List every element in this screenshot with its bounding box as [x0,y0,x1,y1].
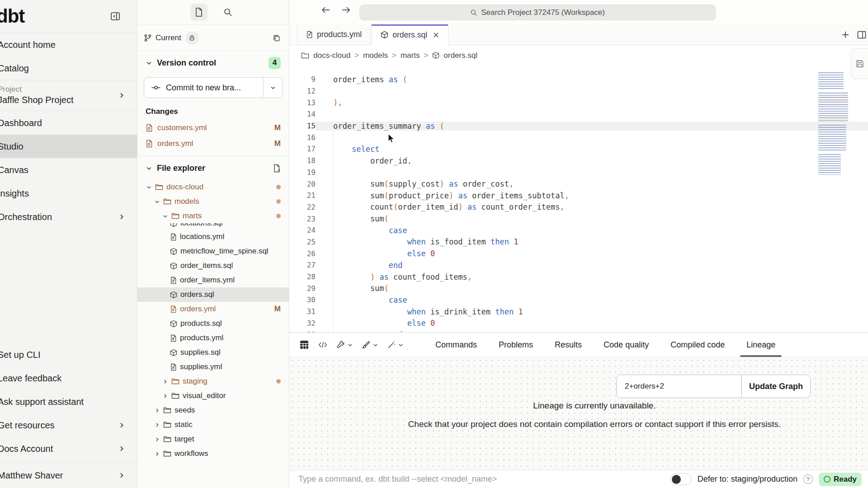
code-editor[interactable]: 9 order_items as ( 12 13 ), 14 15 order_… [289,66,868,332]
tree-item[interactable]: docs-cloud [137,180,289,194]
file-explorer-view-button[interactable] [190,4,208,21]
changed-file-row[interactable]: orders.yml M [137,136,289,151]
code-line[interactable]: 32 else 0 [289,317,868,329]
sidebar-item[interactable]: Ask support assistant [0,390,137,413]
code-line[interactable]: 13 ), [289,97,868,108]
code-line[interactable]: 21 sum(product_price) as order_items_sub… [289,190,868,202]
collapse-sidebar-icon[interactable] [110,11,121,22]
status-badge[interactable]: Ready [819,473,862,486]
code-line[interactable]: 22 count(order_item_id) as count_order_i… [289,202,868,213]
branch-row[interactable]: Current [137,25,289,51]
chevron-down-icon[interactable] [162,213,168,219]
ai-wand-icon[interactable] [387,340,396,349]
commit-button[interactable]: Commit to new bra... [144,77,283,98]
tree-item[interactable]: supplies.sql [137,345,289,360]
code-line[interactable]: 30 case [289,294,868,306]
bottom-panel-tab[interactable]: Compiled code [660,333,736,357]
file-explorer-header[interactable]: File explorer [137,156,289,180]
chevron-right-icon[interactable] [154,408,160,413]
version-control-header[interactable]: Version control 4 [137,51,289,75]
tab-products-yml[interactable]: products.yml [297,24,371,45]
code-line[interactable]: 26 else 0 [289,248,868,259]
chevron-right-icon[interactable] [154,422,160,428]
tree-item[interactable]: products.sql [137,316,289,331]
sidebar-item[interactable]: Account home [0,33,137,56]
sidebar-item[interactable]: Canvas [0,158,137,182]
tree-item[interactable]: orders.sql [137,287,289,302]
back-icon[interactable] [321,5,331,14]
code-line[interactable]: 16 [289,131,868,143]
defer-toggle[interactable] [670,473,692,485]
code-line[interactable]: 33 end [289,329,868,332]
code-line[interactable]: 25 when is_food_item then 1 [289,236,868,248]
command-input[interactable]: Type a command, ex. dbt build --select <… [298,474,497,484]
breadcrumb-segment[interactable]: docs-cloud [313,51,350,60]
sidebar-item[interactable]: Docs Account [0,437,137,460]
code-line[interactable]: 14 [289,108,868,120]
code-icon[interactable] [318,341,328,349]
sidebar-item[interactable]: Leave feedback [0,366,137,390]
minimap[interactable] [818,72,851,175]
copy-icon[interactable] [273,34,281,42]
code-line[interactable]: 27 end [289,259,868,271]
chevron-down-icon[interactable] [347,342,353,348]
breadcrumb-file[interactable]: orders.sql [443,51,477,60]
split-editor-icon[interactable] [857,31,866,39]
chevron-right-icon[interactable] [162,379,168,385]
tree-item[interactable]: locations.yml [137,230,289,244]
sidebar-item[interactable]: Dashboard [0,111,137,135]
chevron-down-icon[interactable] [154,199,160,205]
code-line[interactable]: 12 [289,85,868,97]
bottom-panel-tab[interactable]: Lineage [736,333,786,357]
tree-item[interactable]: orders.yml M [137,302,289,316]
project-search[interactable]: Search Project 372475 (Workspace) [359,5,716,20]
format-brush-icon[interactable] [362,340,371,349]
sidebar-item[interactable]: Set up CLI [0,343,137,366]
search-view-button[interactable] [219,4,236,21]
tree-item[interactable]: order_items.yml [137,273,289,287]
sidebar-item[interactable]: Get resources [0,413,137,437]
user-menu[interactable]: Matthew Shaver [0,463,137,488]
code-line[interactable]: 31 when is_drink_item then 1 [289,306,868,318]
chevron-down-icon[interactable] [146,184,152,190]
tree-item[interactable]: target [137,432,289,446]
new-file-icon[interactable] [273,164,281,173]
tree-item[interactable]: order_items.sql [137,258,289,273]
code-line[interactable]: 20 sum(supply_cost) as order_cost, [289,178,868,190]
code-line[interactable]: 15 order_items_summary as ( [289,120,868,132]
results-table-icon[interactable] [299,340,309,350]
new-tab-icon[interactable] [841,30,850,39]
chevron-right-icon[interactable] [154,436,160,442]
commit-options-button[interactable] [263,78,282,98]
bottom-panel-tab[interactable]: Problems [488,333,544,357]
tab-orders-sql[interactable]: orders.sql [371,24,448,45]
sidebar-item[interactable]: Orchestration [0,205,137,229]
sidebar-item[interactable]: Catalog [0,56,137,80]
tree-item[interactable]: seeds [137,403,289,418]
build-tools-icon[interactable] [336,340,345,349]
tree-item[interactable]: visual_editor [137,389,289,403]
help-icon[interactable]: ? [803,474,813,484]
code-line[interactable]: 29 sum( [289,282,868,294]
bottom-panel-tab[interactable]: Commands [425,333,488,357]
chevron-down-icon[interactable] [398,342,404,348]
code-line[interactable]: 19 [289,167,868,178]
code-line[interactable]: 18 order_id, [289,155,868,167]
tree-item[interactable]: locations.sql [137,223,289,230]
chevron-right-icon[interactable] [162,393,168,399]
breadcrumb-segment[interactable]: marts [401,51,420,60]
tree-item[interactable]: models [137,194,289,209]
sidebar-item[interactable]: Studio [0,135,137,158]
lineage-selector-input[interactable] [617,375,741,398]
code-line[interactable]: 17 select [289,143,868,155]
forward-icon[interactable] [341,5,351,14]
code-line[interactable]: 24 case [289,225,868,236]
changed-file-row[interactable]: customers.yml M [137,120,289,136]
tree-item[interactable]: supplies.yml [137,360,289,374]
tree-item[interactable]: products.yml [137,331,289,345]
close-tab-icon[interactable] [433,32,439,38]
sidebar-item[interactable]: Insights [0,182,137,205]
code-line[interactable]: 28 ) as count_food_items, [289,271,868,283]
tree-item[interactable]: staging [137,374,289,389]
code-line[interactable]: 9 order_items as ( [289,74,868,85]
